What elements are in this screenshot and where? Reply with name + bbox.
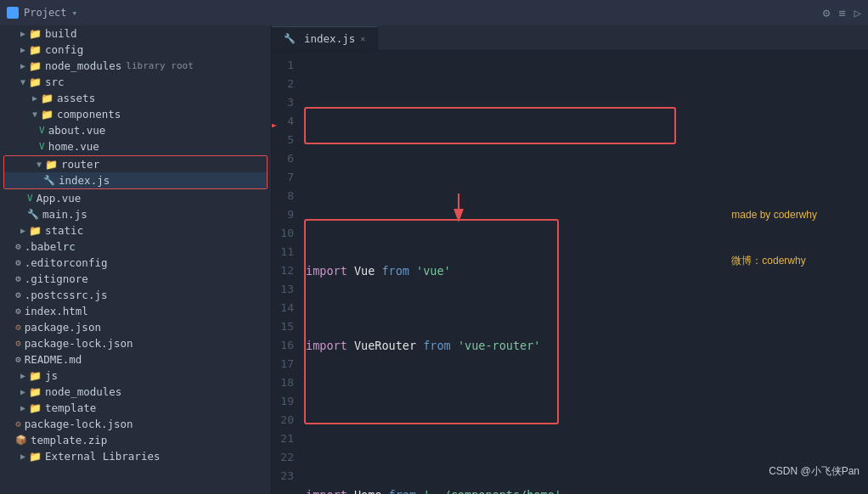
arrow-components bbox=[29, 109, 41, 119]
label-readme: README.md bbox=[25, 353, 82, 366]
icon-babelrc: ⚙ bbox=[15, 241, 21, 252]
folder-icon-js: 📁 bbox=[29, 370, 42, 382]
label-src: src bbox=[45, 76, 65, 88]
vue-icon-about: V bbox=[39, 125, 45, 136]
arrow-src bbox=[17, 77, 29, 87]
label-node-modules-root: node_modules bbox=[45, 59, 121, 72]
sidebar-item-gitignore[interactable]: ⚙ .gitignore bbox=[0, 271, 271, 287]
main-layout: 📁 build 📁 config 📁 node_modules library … bbox=[0, 25, 868, 494]
sidebar-item-index-html[interactable]: ⚙ index.html bbox=[0, 303, 271, 319]
label-assets: assets bbox=[57, 92, 95, 104]
label-about-vue: about.vue bbox=[48, 124, 106, 137]
sidebar-item-main-js[interactable]: 🔧 main.js bbox=[0, 206, 271, 222]
label-template-zip: template.zip bbox=[31, 434, 107, 446]
sidebar-item-build[interactable]: 📁 build bbox=[0, 25, 271, 42]
icon-editorconfig: ⚙ bbox=[15, 257, 21, 268]
sidebar-item-template-zip[interactable]: 📦 template.zip bbox=[0, 432, 271, 448]
folder-icon-build: 📁 bbox=[29, 28, 42, 40]
label-components: components bbox=[57, 108, 121, 121]
watermark-line1: made by coderwhy bbox=[731, 207, 817, 222]
label-home-vue: home.vue bbox=[48, 140, 99, 153]
label-config: config bbox=[45, 43, 83, 56]
sidebar-item-template[interactable]: 📁 template bbox=[0, 400, 271, 416]
arrow-node-modules bbox=[17, 61, 29, 70]
sidebar-item-static[interactable]: 📁 static bbox=[0, 222, 271, 239]
icon-package-lock: ⚙ bbox=[15, 338, 21, 349]
sidebar-item-node-modules-root[interactable]: 📁 node_modules library root bbox=[0, 58, 271, 74]
tab-bar: 🔧 index.js ✕ bbox=[272, 25, 868, 51]
arrow-assets bbox=[29, 93, 41, 103]
code-line-2: import VueRouter from 'vue-router' bbox=[306, 336, 868, 355]
tab-filename: index.js bbox=[304, 32, 355, 45]
project-dropdown-icon[interactable]: ▾ bbox=[72, 8, 78, 19]
sidebar-item-js[interactable]: 📁 js bbox=[0, 368, 271, 384]
label-babelrc: .babelrc bbox=[25, 240, 76, 253]
label-build: build bbox=[45, 27, 77, 40]
sidebar-item-package-lock2[interactable]: ⚙ package-lock.json bbox=[0, 416, 271, 432]
code-lines: made by coderwhy 微博：coderwhy import Vue … bbox=[306, 51, 868, 494]
folder-icon-assets: 📁 bbox=[41, 93, 54, 104]
label-library-root: library root bbox=[126, 60, 193, 71]
label-package-lock: package-lock.json bbox=[25, 337, 133, 350]
arrow-template bbox=[17, 403, 29, 413]
folder-icon-template: 📁 bbox=[29, 402, 42, 414]
label-gitignore: .gitignore bbox=[25, 272, 88, 285]
label-template: template bbox=[45, 401, 96, 414]
sidebar-item-src[interactable]: 📁 src bbox=[0, 74, 271, 90]
sidebar-item-config[interactable]: 📁 config bbox=[0, 42, 271, 58]
settings-icon[interactable]: ⚙ bbox=[823, 6, 830, 20]
box-routes-annotation bbox=[304, 219, 559, 424]
tab-index-js[interactable]: 🔧 index.js ✕ bbox=[272, 26, 378, 50]
title-bar-actions: ⚙ ≡ ▷ bbox=[823, 6, 861, 20]
sidebar-item-package-json[interactable]: ⚙ package.json bbox=[0, 319, 271, 335]
label-node-modules2: node_modules bbox=[45, 385, 121, 398]
sidebar-item-editorconfig[interactable]: ⚙ .editorconfig bbox=[0, 255, 271, 271]
tab-file-icon: 🔧 bbox=[284, 33, 296, 44]
router-highlight-box: 📁 router 🔧 index.js bbox=[3, 155, 268, 189]
folder-icon-src: 📁 bbox=[29, 76, 42, 88]
sidebar-item-external-libs[interactable]: 📁 External Libraries bbox=[0, 448, 271, 464]
sidebar-item-app-vue[interactable]: V App.vue bbox=[0, 190, 271, 206]
js-icon-main: 🔧 bbox=[27, 209, 39, 220]
label-router: router bbox=[61, 158, 99, 171]
sidebar: 📁 build 📁 config 📁 node_modules library … bbox=[0, 25, 272, 494]
label-app-vue: App.vue bbox=[37, 192, 82, 205]
sidebar-item-index-js[interactable]: 🔧 index.js bbox=[4, 172, 267, 188]
sidebar-item-postcssrc[interactable]: ⚙ .postcssrc.js bbox=[0, 287, 271, 303]
icon-postcssrc: ⚙ bbox=[15, 289, 21, 300]
title-bar: Project ▾ ⚙ ≡ ▷ bbox=[0, 0, 868, 25]
sidebar-item-home-vue[interactable]: V home.vue bbox=[0, 138, 271, 154]
label-external-libs: External Libraries bbox=[45, 450, 160, 463]
icon-package-json: ⚙ bbox=[15, 322, 21, 333]
label-main-js: main.js bbox=[42, 208, 87, 221]
icon-package-lock2: ⚙ bbox=[15, 418, 21, 429]
sidebar-item-package-lock[interactable]: ⚙ package-lock.json bbox=[0, 335, 271, 351]
label-editorconfig: .editorconfig bbox=[25, 256, 108, 269]
sidebar-item-babelrc[interactable]: ⚙ .babelrc bbox=[0, 239, 271, 255]
arrow-static bbox=[17, 226, 29, 235]
sidebar-item-components[interactable]: 📁 components bbox=[0, 106, 271, 122]
sidebar-item-about-vue[interactable]: V about.vue bbox=[0, 122, 271, 138]
icon-gitignore: ⚙ bbox=[15, 273, 21, 284]
icon-index-html: ⚙ bbox=[15, 306, 21, 317]
csdn-badge: CSDN @小飞侠Pan bbox=[769, 464, 860, 479]
arrow-external-libs bbox=[17, 452, 29, 461]
arrow-node-modules2 bbox=[17, 387, 29, 396]
folder-icon-node-modules: 📁 bbox=[29, 60, 42, 72]
sidebar-item-router[interactable]: 📁 router bbox=[4, 156, 267, 172]
arrow-config bbox=[17, 45, 29, 54]
tab-close-icon[interactable]: ✕ bbox=[360, 34, 365, 43]
sidebar-item-node-modules2[interactable]: 📁 node_modules bbox=[0, 384, 271, 400]
code-container[interactable]: 12345 678910 1112131415 1617181920 21222… bbox=[272, 51, 868, 494]
menu-icon[interactable]: ≡ bbox=[838, 6, 845, 20]
sidebar-item-assets[interactable]: 📁 assets bbox=[0, 90, 271, 106]
vue-icon-home: V bbox=[39, 141, 45, 152]
label-package-lock2: package-lock.json bbox=[25, 418, 133, 430]
sidebar-item-readme[interactable]: ⚙ README.md bbox=[0, 351, 271, 368]
run-icon[interactable]: ▷ bbox=[854, 6, 861, 20]
folder-icon-config: 📁 bbox=[29, 44, 42, 56]
label-index-js: index.js bbox=[59, 174, 110, 187]
icon-template-zip: 📦 bbox=[15, 435, 27, 446]
folder-icon-static: 📁 bbox=[29, 225, 42, 237]
vue-icon-app: V bbox=[27, 193, 33, 204]
